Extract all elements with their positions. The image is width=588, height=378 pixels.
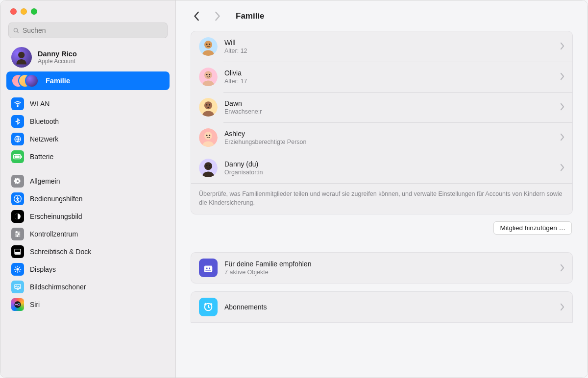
sidebar-item-erscheinungsbild[interactable]: Erscheinungsbild xyxy=(6,208,170,225)
page-title: Familie xyxy=(236,11,265,21)
svg-line-1 xyxy=(17,31,19,33)
sidebar-item-family[interactable]: Familie xyxy=(6,71,170,90)
svg-rect-6 xyxy=(15,155,20,158)
chevron-right-icon xyxy=(560,264,564,272)
wifi-icon xyxy=(11,97,24,110)
svg-point-2 xyxy=(18,52,24,58)
family-member-row[interactable]: WillAlter: 12 xyxy=(191,31,572,62)
svg-line-27 xyxy=(19,267,20,267)
sidebar-item-schreibtisch-dock[interactable]: Schreibtisch & Dock xyxy=(6,243,170,260)
account-name: Danny Rico xyxy=(38,50,77,58)
recommended-row[interactable]: Für deine Familie empfohlen 7 aktive Obj… xyxy=(191,253,572,283)
add-member-button[interactable]: Mitglied hinzufügen … xyxy=(493,221,572,235)
svg-line-24 xyxy=(15,267,16,267)
sidebar-item-bedienungshilfen[interactable]: Bedienungshilfen xyxy=(6,190,170,208)
sliders-icon xyxy=(11,228,24,240)
sidebar-item-bildschirmschoner[interactable]: Bildschirmschoner xyxy=(6,278,170,296)
siri-icon xyxy=(11,298,24,311)
sidebar-item-wlan[interactable]: WLAN xyxy=(6,95,170,113)
svg-point-41 xyxy=(206,104,207,105)
member-name: Danny (du) xyxy=(224,160,553,168)
sidebar-item-allgemein[interactable]: Allgemein xyxy=(6,172,170,190)
member-name: Will xyxy=(224,39,553,47)
svg-point-14 xyxy=(16,232,18,233)
sidebar-item-label: Schreibtisch & Dock xyxy=(30,248,91,256)
svg-point-32 xyxy=(204,41,212,48)
member-name: Ashley xyxy=(224,130,553,138)
chevron-right-icon xyxy=(560,72,564,82)
family-member-row[interactable]: DawnErwachsene:r xyxy=(191,92,572,122)
sidebar-item-batterie[interactable]: Batterie xyxy=(6,148,170,165)
member-name: Dawn xyxy=(224,99,553,107)
subscriptions-title: Abonnements xyxy=(224,303,553,311)
sidebar-item-netzwerk[interactable]: Netzwerk xyxy=(6,130,170,148)
family-avatars-icon xyxy=(11,74,40,88)
sidebar-item-account[interactable]: Danny Rico Apple Account xyxy=(6,43,170,71)
family-members-card: WillAlter: 12OliviaAlter: 17DawnErwachse… xyxy=(191,31,573,214)
member-sub: Erwachsene:r xyxy=(224,108,553,115)
member-sub: Alter: 12 xyxy=(224,47,553,54)
dock-icon xyxy=(11,245,24,258)
svg-point-37 xyxy=(206,74,207,75)
member-sub: Alter: 17 xyxy=(224,78,553,85)
svg-rect-7 xyxy=(21,156,22,158)
account-sub: Apple Account xyxy=(38,58,77,65)
screensaver-icon xyxy=(11,281,24,293)
family-member-row[interactable]: Danny (du)Organisator:in xyxy=(191,153,572,183)
sidebar-item-kontrollzentrum[interactable]: Kontrollzentrum xyxy=(6,225,170,243)
search-input[interactable] xyxy=(23,26,163,34)
appearance-icon xyxy=(11,210,24,223)
recommended-title: Für deine Familie empfohlen xyxy=(224,260,553,268)
family-member-row[interactable]: OliviaAlter: 17 xyxy=(191,62,572,92)
sidebar-item-bluetooth[interactable]: Bluetooth xyxy=(6,113,170,130)
sidebar-item-displays[interactable]: Displays xyxy=(6,260,170,278)
sidebar-item-label: Familie xyxy=(46,77,70,85)
gear-icon xyxy=(11,175,24,188)
svg-point-15 xyxy=(18,234,20,235)
member-avatar xyxy=(199,68,218,86)
svg-point-38 xyxy=(209,74,210,75)
sidebar-item-label: Bildschirmschoner xyxy=(30,283,86,291)
sidebar: Danny Rico Apple Account Familie WLANBlu… xyxy=(0,0,176,378)
nav-forward-button[interactable] xyxy=(211,9,223,23)
svg-point-44 xyxy=(204,132,212,140)
member-avatar xyxy=(199,159,218,177)
sidebar-item-label: Bluetooth xyxy=(30,118,59,125)
svg-point-49 xyxy=(206,165,207,166)
svg-point-40 xyxy=(204,101,212,109)
chevron-left-icon xyxy=(194,11,200,21)
globe-icon xyxy=(11,133,24,145)
fullscreen-window-button[interactable] xyxy=(31,8,37,15)
chevron-right-icon xyxy=(214,11,220,21)
sidebar-item-label: Bedienungshilfen xyxy=(30,195,82,203)
svg-point-46 xyxy=(209,135,210,136)
search-icon xyxy=(13,27,20,34)
svg-point-53 xyxy=(206,268,208,269)
family-members-footer: Überprüfe, was Familienmitglieder teilen… xyxy=(191,183,572,214)
subscriptions-row[interactable]: Abonnements xyxy=(191,292,572,322)
nav-back-button[interactable] xyxy=(191,9,202,23)
member-sub: Erziehungsberechtigte Person xyxy=(224,139,553,145)
member-sub: Organisator:in xyxy=(224,169,553,176)
account-avatar xyxy=(11,47,32,68)
minimize-window-button[interactable] xyxy=(21,8,27,15)
svg-point-16 xyxy=(17,236,18,237)
svg-point-33 xyxy=(206,44,207,45)
member-avatar xyxy=(199,98,218,117)
member-avatar xyxy=(199,128,218,147)
sidebar-item-label: Erscheinungsbild xyxy=(30,213,82,220)
svg-point-34 xyxy=(209,44,210,45)
subscriptions-icon xyxy=(199,298,218,316)
sidebar-item-siri[interactable]: Siri xyxy=(6,296,170,313)
svg-point-45 xyxy=(206,135,207,136)
svg-point-48 xyxy=(204,162,212,170)
close-window-button[interactable] xyxy=(10,8,17,15)
family-member-row[interactable]: AshleyErziehungsberechtigte Person xyxy=(191,122,572,153)
toolbar: Familie xyxy=(176,0,588,31)
search-field[interactable] xyxy=(8,23,168,38)
member-name: Olivia xyxy=(224,69,553,77)
sidebar-item-label: Allgemein xyxy=(30,177,60,185)
sidebar-item-label: WLAN xyxy=(30,100,49,108)
bluetooth-icon xyxy=(11,115,24,128)
member-avatar xyxy=(199,37,218,56)
